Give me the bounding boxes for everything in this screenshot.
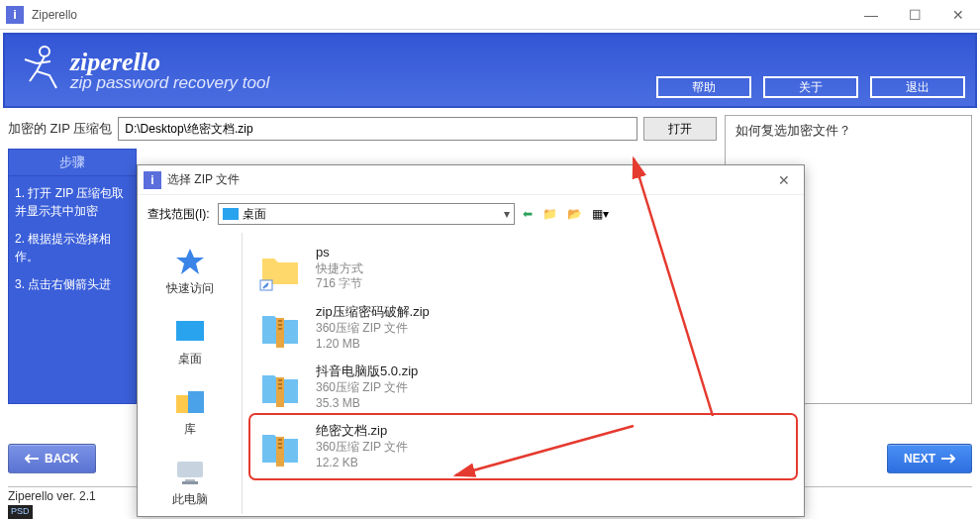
svg-rect-1 [176,321,204,341]
file-type: 快捷方式 [316,261,363,277]
arrow-right-icon [941,454,955,464]
titlebar: i Ziperello — ☐ ✕ [0,0,980,30]
file-type: 360压缩 ZIP 文件 [316,321,430,337]
path-row: 加密的 ZIP 压缩包 打开 [8,117,717,141]
next-button[interactable]: NEXT [887,444,972,473]
list-item[interactable]: 抖音电脑版5.0.zip 360压缩 ZIP 文件 35.3 MB [252,358,794,417]
svg-rect-8 [278,324,282,326]
window-title: Ziperello [32,8,77,22]
zip-file-icon [256,304,304,352]
about-button[interactable]: 关于 [763,76,858,98]
lookin-row: 查找范围(I): 桌面 ▾ ⬅ 📁 📂 ▦▾ [138,195,804,233]
dialog-sidebar: 快速访问 桌面 库 此电脑 [138,233,243,514]
file-size: 12.2 KB [316,456,408,471]
file-size: 35.3 MB [316,396,418,412]
brand-text: ziperello zip password recovery tool [70,48,269,93]
zip-file-icon [256,363,304,411]
file-list: ps 快捷方式 716 字节 zip压缩密码破解.zip 360压缩 ZIP 文… [243,233,804,514]
file-type: 360压缩 ZIP 文件 [316,380,418,396]
chevron-down-icon: ▾ [504,207,510,221]
window-controls: — ☐ ✕ [849,0,980,30]
svg-rect-13 [278,387,282,389]
open-button[interactable]: 打开 [643,117,717,141]
file-name: 绝密文档.zip [316,423,408,440]
star-icon [174,247,206,276]
svg-rect-2 [177,462,203,477]
path-input[interactable] [118,117,637,141]
step-1: 1. 打开 ZIP 压缩包取并显示其中加密 [15,184,130,220]
list-item[interactable]: ps 快捷方式 716 字节 [252,239,794,298]
desktop-icon [223,208,239,220]
step-3: 3. 点击右侧箭头进 [15,275,130,293]
dialog-app-icon: i [144,171,161,189]
svg-rect-9 [278,328,282,330]
lookin-label: 查找范围(I): [147,206,210,223]
version-text: Ziperello ver. 2.1 [8,489,96,503]
file-dialog: i 选择 ZIP 文件 ✕ 查找范围(I): 桌面 ▾ ⬅ 📁 📂 ▦▾ 快速访… [137,164,805,517]
path-label: 加密的 ZIP 压缩包 [8,120,112,138]
new-folder-icon[interactable]: 📂 [567,207,582,221]
back-arrow-icon[interactable]: ⬅ [523,207,533,221]
list-item[interactable]: 绝密文档.zip 360压缩 ZIP 文件 12.2 KB [252,417,794,476]
svg-rect-3 [185,479,195,481]
steps-header: 步骤 [8,149,137,176]
sidebar-item-library[interactable]: 库 [174,387,206,438]
folder-shortcut-icon [256,245,304,292]
file-size: 1.20 MB [316,337,430,353]
help-button[interactable]: 帮助 [656,76,751,98]
back-button[interactable]: BACK [8,444,96,473]
runner-logo-icon [15,44,64,98]
maximize-icon[interactable]: ☐ [893,0,936,30]
file-name: zip压缩密码破解.zip [316,304,430,321]
sidebar-quick-label: 快速访问 [166,280,214,297]
step-2: 2. 根据提示选择相作。 [15,230,130,265]
sidebar-item-desktop[interactable]: 桌面 [174,317,206,367]
pc-icon [174,458,206,487]
svg-rect-16 [278,443,282,445]
view-menu-icon[interactable]: ▦▾ [592,207,609,221]
banner-buttons: 帮助 关于 退出 [656,76,965,98]
dialog-title: 选择 ZIP 文件 [167,171,240,188]
list-item[interactable]: zip压缩密码破解.zip 360压缩 ZIP 文件 1.20 MB [252,298,794,358]
svg-rect-6 [276,318,284,348]
minimize-icon[interactable]: — [849,0,893,30]
psd-badge: PSD [8,505,33,519]
svg-rect-14 [276,437,284,467]
hint-title: 如何复选加密文件？ [735,123,851,138]
sidebar-pc-label: 此电脑 [172,491,208,508]
close-icon[interactable]: ✕ [936,0,980,30]
desktop-icon [174,317,206,347]
app-icon: i [6,6,24,24]
file-name: 抖音电脑版5.0.zip [316,363,418,380]
library-icon [174,387,206,417]
svg-rect-7 [278,320,282,322]
brand-tagline: zip password recovery tool [70,73,269,93]
next-label: NEXT [904,452,935,466]
arrow-left-icon [25,454,39,464]
steps-panel: 步骤 1. 打开 ZIP 压缩包取并显示其中加密 2. 根据提示选择相作。 3.… [8,149,137,404]
sidebar-desktop-label: 桌面 [178,351,202,367]
exit-button[interactable]: 退出 [870,76,965,98]
lookin-select[interactable]: 桌面 ▾ [218,203,515,225]
svg-rect-10 [276,377,284,407]
svg-point-0 [40,47,49,56]
dialog-titlebar: i 选择 ZIP 文件 ✕ [138,165,804,195]
sidebar-item-pc[interactable]: 此电脑 [172,458,208,508]
svg-rect-4 [182,481,198,484]
sidebar-item-quick[interactable]: 快速访问 [166,247,214,297]
up-folder-icon[interactable]: 📁 [542,207,557,221]
brand-banner: ziperello zip password recovery tool 帮助 … [3,33,977,108]
steps-body: 1. 打开 ZIP 压缩包取并显示其中加密 2. 根据提示选择相作。 3. 点击… [8,176,137,404]
dialog-close-icon[interactable]: ✕ [764,172,804,188]
svg-rect-11 [278,379,282,381]
svg-rect-17 [278,447,282,449]
svg-rect-12 [278,383,282,385]
file-size: 716 字节 [316,276,363,292]
file-type: 360压缩 ZIP 文件 [316,440,408,456]
svg-rect-15 [278,439,282,441]
zip-file-icon [256,423,304,470]
sidebar-library-label: 库 [184,421,196,438]
file-name: ps [316,245,363,261]
lookin-value: 桌面 [243,206,266,223]
dialog-toolbar: ⬅ 📁 📂 ▦▾ [523,207,609,221]
